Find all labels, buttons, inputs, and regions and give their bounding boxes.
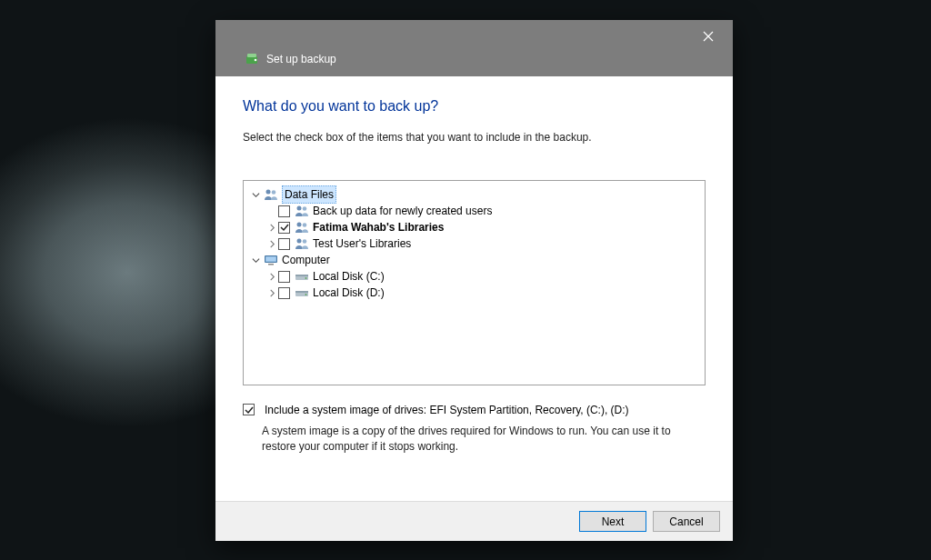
svg-rect-18	[295, 291, 308, 293]
chevron-down-icon[interactable]	[249, 191, 262, 199]
cancel-button[interactable]: Cancel	[653, 511, 720, 532]
include-system-image-label[interactable]: Include a system image of drives: EFI Sy…	[265, 404, 629, 416]
svg-point-6	[303, 206, 307, 211]
users-icon	[295, 204, 309, 218]
include-system-image-row: Include a system image of drives: EFI Sy…	[243, 404, 706, 416]
svg-rect-13	[268, 264, 274, 265]
user-libraries-icon	[295, 236, 309, 251]
page-heading: What do you want to back up?	[243, 98, 706, 115]
tree-node-data-files[interactable]: Data Files	[249, 186, 699, 203]
chevron-down-icon[interactable]	[249, 256, 262, 265]
titlebar: Set up backup	[215, 20, 733, 76]
chevron-right-icon[interactable]	[265, 289, 278, 297]
users-icon	[264, 187, 278, 202]
svg-point-2	[255, 59, 257, 62]
checkbox-fatima-libraries[interactable]	[278, 222, 290, 234]
backup-wizard-dialog: Set up backup What do you want to back u…	[215, 20, 733, 541]
svg-point-9	[297, 239, 302, 244]
chevron-right-icon[interactable]	[265, 240, 278, 248]
dialog-content: What do you want to back up? Select the …	[215, 76, 733, 501]
computer-icon	[264, 253, 278, 267]
user-libraries-icon	[295, 220, 309, 235]
page-subheading: Select the check box of the items that y…	[243, 131, 706, 144]
tree-node-testuser-libraries[interactable]: Test User's Libraries	[249, 235, 699, 252]
tree-node-fatima-libraries[interactable]: Fatima Wahab's Libraries	[249, 219, 699, 235]
backup-items-tree[interactable]: Data Files Back up data for newly create…	[243, 180, 706, 385]
svg-rect-1	[247, 54, 256, 57]
tree-node-label[interactable]: Back up data for newly created users	[313, 203, 492, 219]
drive-icon	[295, 285, 309, 300]
chevron-right-icon[interactable]	[265, 224, 278, 232]
tree-node-label[interactable]: Data Files	[282, 185, 336, 204]
svg-rect-12	[265, 256, 276, 262]
svg-point-16	[305, 277, 307, 279]
svg-point-19	[305, 294, 307, 295]
checkbox-drive-d[interactable]	[278, 287, 290, 299]
svg-rect-15	[295, 275, 308, 276]
checkbox-testuser-libraries[interactable]	[278, 238, 290, 250]
tree-node-label[interactable]: Local Disk (D:)	[313, 285, 385, 301]
close-button[interactable]	[695, 27, 722, 47]
backup-wizard-icon	[245, 52, 259, 66]
include-system-image-description: A system image is a copy of the drives r…	[262, 424, 706, 455]
checkbox-drive-c[interactable]	[278, 271, 290, 283]
close-icon	[703, 31, 714, 45]
tree-node-label[interactable]: Test User's Libraries	[313, 235, 411, 252]
tree-node-drive-c[interactable]: Local Disk (C:)	[249, 268, 699, 285]
svg-point-10	[303, 239, 307, 244]
tree-node-label[interactable]: Computer	[282, 252, 330, 268]
svg-point-5	[297, 206, 302, 211]
checkbox-include-system-image[interactable]	[243, 404, 255, 415]
svg-point-8	[303, 223, 307, 227]
window-title: Set up backup	[266, 53, 336, 65]
svg-point-4	[272, 190, 276, 195]
drive-icon	[295, 269, 309, 284]
tree-node-new-users[interactable]: Back up data for newly created users	[249, 203, 699, 219]
checkbox-new-users[interactable]	[278, 205, 290, 217]
svg-point-7	[297, 223, 302, 227]
tree-node-label[interactable]: Fatima Wahab's Libraries	[313, 219, 444, 235]
dialog-button-bar: Next Cancel	[215, 501, 733, 541]
tree-node-drive-d[interactable]: Local Disk (D:)	[249, 285, 699, 301]
tree-node-label[interactable]: Local Disk (C:)	[313, 268, 385, 285]
svg-point-3	[266, 190, 271, 195]
next-button[interactable]: Next	[579, 511, 646, 532]
chevron-right-icon[interactable]	[265, 273, 278, 281]
tree-node-computer[interactable]: Computer	[249, 252, 699, 268]
